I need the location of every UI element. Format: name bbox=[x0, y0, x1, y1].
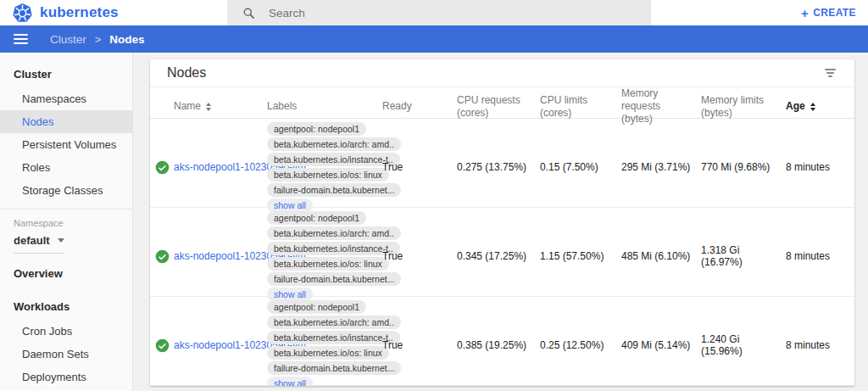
label-chip: agentpool: nodepool1 bbox=[267, 211, 366, 225]
breadcrumb-current: Nodes bbox=[109, 33, 144, 46]
label-chip: beta.kubernetes.io/os: linux bbox=[267, 168, 389, 182]
namespace-select[interactable]: default bbox=[14, 234, 64, 254]
label-chip: failure-domain.beta.kubernet... bbox=[267, 183, 401, 197]
age-cell: 8 minutes bbox=[786, 339, 854, 351]
status-cell bbox=[153, 160, 174, 175]
label-chip: beta.kubernetes.io/instance-t.. bbox=[267, 242, 400, 255]
kubernetes-dashboard: kubernetes Search + CREATE Cluster > Nod… bbox=[0, 0, 868, 391]
kubernetes-logo-icon bbox=[12, 3, 33, 24]
sidebar-item-overview[interactable]: Overview bbox=[0, 257, 132, 290]
search-input[interactable]: Search bbox=[227, 0, 651, 25]
filter-icon[interactable] bbox=[821, 65, 839, 81]
sidebar: Cluster Namespaces Nodes Persistent Volu… bbox=[0, 53, 133, 391]
status-ok-icon bbox=[155, 249, 170, 264]
top-header: kubernetes Search + CREATE bbox=[0, 0, 868, 25]
column-labels: Labels bbox=[267, 100, 382, 113]
column-name[interactable]: Name bbox=[174, 100, 267, 113]
label-chip: failure-domain.beta.kubernet... bbox=[267, 272, 401, 286]
create-button[interactable]: + CREATE bbox=[801, 7, 856, 20]
cpu-limits-cell: 0.15 (7.50%) bbox=[540, 161, 621, 173]
age-cell: 8 minutes bbox=[786, 161, 854, 173]
sidebar-item-roles[interactable]: Roles bbox=[0, 156, 132, 179]
chevron-down-icon bbox=[58, 238, 64, 243]
sidebar-item-namespaces[interactable]: Namespaces bbox=[0, 87, 132, 110]
namespace-select-value: default bbox=[14, 234, 50, 247]
column-cpu-requests: CPU requests (cores) bbox=[457, 94, 540, 120]
label-chip: failure-domain.beta.kubernet... bbox=[267, 361, 401, 375]
card-title: Nodes bbox=[167, 65, 206, 81]
memory-limits-cell: 1.240 Gi (15.96%) bbox=[701, 333, 786, 357]
sort-icon bbox=[810, 103, 815, 111]
main-panel: Nodes Name Labels Ready CPU requests (co… bbox=[133, 53, 868, 391]
column-memory-requests: Memory requests (bytes) bbox=[621, 87, 701, 126]
sidebar-item-daemon-sets[interactable]: Daemon Sets bbox=[0, 343, 132, 366]
column-memory-limits: Memory limits (bytes) bbox=[701, 94, 786, 120]
ready-cell: True bbox=[382, 339, 457, 351]
ready-cell: True bbox=[382, 161, 457, 173]
column-age[interactable]: Age bbox=[786, 100, 854, 113]
label-chip: beta.kubernetes.io/instance-t.. bbox=[267, 153, 400, 166]
status-cell bbox=[153, 249, 174, 264]
table-row: aks-nodepool1-10230590-vm... agentpool: … bbox=[150, 119, 854, 208]
card-header: Nodes bbox=[150, 59, 854, 87]
search-icon bbox=[242, 7, 255, 20]
label-chip: agentpool: nodepool1 bbox=[267, 122, 366, 136]
sidebar-divider bbox=[0, 209, 132, 209]
cpu-requests-cell: 0.275 (13.75%) bbox=[457, 161, 540, 173]
sidebar-item-cron-jobs[interactable]: Cron Jobs bbox=[0, 320, 132, 343]
search-placeholder: Search bbox=[269, 7, 305, 20]
show-all-button[interactable]: show all bbox=[267, 377, 313, 386]
label-chip: beta.kubernetes.io/instance-t.. bbox=[267, 331, 400, 344]
label-chip: beta.kubernetes.io/arch: amd.. bbox=[267, 226, 401, 240]
column-cpu-limits: CPU limits (cores) bbox=[540, 94, 621, 120]
sidebar-header-workloads[interactable]: Workloads bbox=[0, 290, 132, 320]
ready-cell: True bbox=[382, 250, 457, 262]
cpu-requests-cell: 0.385 (19.25%) bbox=[457, 339, 540, 351]
sidebar-item-persistent-volumes[interactable]: Persistent Volumes bbox=[0, 133, 132, 156]
memory-requests-cell: 409 Mi (5.14%) bbox=[621, 339, 701, 351]
create-button-label: CREATE bbox=[813, 7, 856, 19]
cpu-limits-cell: 1.15 (57.50%) bbox=[540, 250, 621, 262]
plus-icon: + bbox=[801, 7, 809, 20]
status-cell bbox=[153, 338, 174, 353]
breadcrumb-bar: Cluster > Nodes bbox=[0, 25, 868, 53]
table-row: aks-nodepool1-10230590-vm... agentpool: … bbox=[150, 297, 854, 386]
sort-icon bbox=[206, 103, 211, 111]
cpu-requests-cell: 0.345 (17.25%) bbox=[457, 250, 540, 262]
memory-limits-cell: 1.318 Gi (16.97%) bbox=[701, 244, 786, 268]
label-chip: beta.kubernetes.io/os: linux bbox=[267, 257, 389, 271]
label-chip: beta.kubernetes.io/arch: amd.. bbox=[267, 316, 401, 329]
label-chip: beta.kubernetes.io/os: linux bbox=[267, 346, 389, 360]
memory-requests-cell: 485 Mi (6.10%) bbox=[621, 250, 701, 262]
sidebar-header-cluster[interactable]: Cluster bbox=[0, 58, 132, 87]
sidebar-item-deployments[interactable]: Deployments bbox=[0, 366, 132, 388]
cpu-limits-cell: 0.25 (12.50%) bbox=[540, 339, 621, 351]
menu-icon[interactable] bbox=[14, 34, 28, 44]
labels-cell: agentpool: nodepool1 beta.kubernetes.io/… bbox=[267, 297, 382, 386]
labels-cell: agentpool: nodepool1 beta.kubernetes.io/… bbox=[267, 119, 382, 215]
label-chip: agentpool: nodepool1 bbox=[267, 300, 366, 314]
column-ready: Ready bbox=[382, 100, 457, 113]
sidebar-item-storage-classes[interactable]: Storage Classes bbox=[0, 179, 132, 202]
nodes-card: Nodes Name Labels Ready CPU requests (co… bbox=[150, 59, 854, 386]
label-chip: beta.kubernetes.io/arch: amd.. bbox=[267, 137, 401, 151]
sidebar-item-nodes[interactable]: Nodes bbox=[0, 110, 132, 133]
status-ok-icon bbox=[155, 338, 170, 353]
breadcrumb-cluster[interactable]: Cluster bbox=[50, 33, 86, 46]
breadcrumb-separator-icon: > bbox=[95, 33, 102, 46]
brand-text: kubernetes bbox=[40, 4, 119, 21]
age-cell: 8 minutes bbox=[786, 250, 854, 262]
namespace-label: Namespace bbox=[0, 211, 132, 228]
memory-limits-cell: 770 Mi (9.68%) bbox=[701, 161, 786, 173]
memory-requests-cell: 295 Mi (3.71%) bbox=[621, 161, 701, 173]
table-row: aks-nodepool1-10230590-vm... agentpool: … bbox=[150, 208, 854, 297]
status-ok-icon bbox=[155, 160, 170, 175]
content-area: Cluster Namespaces Nodes Persistent Volu… bbox=[0, 53, 868, 391]
table-header-row: Name Labels Ready CPU requests (cores) C… bbox=[150, 87, 854, 119]
brand-link[interactable]: kubernetes bbox=[12, 3, 119, 24]
labels-cell: agentpool: nodepool1 beta.kubernetes.io/… bbox=[267, 208, 382, 304]
